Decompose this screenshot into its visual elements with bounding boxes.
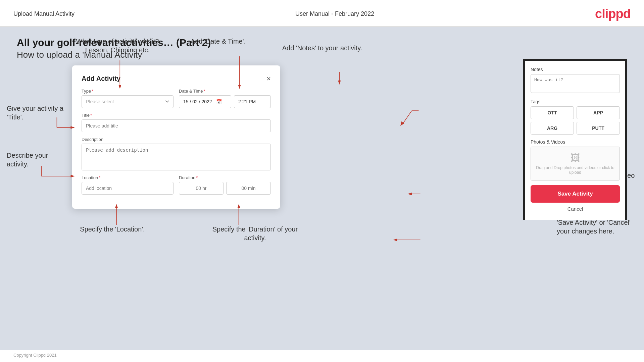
modal-close-button[interactable]: × (266, 75, 271, 83)
logo: clippd (595, 7, 631, 21)
callout-duration: Specify the 'Duration' of your activity. (211, 225, 299, 242)
cancel-link[interactable]: Cancel (531, 206, 620, 216)
modal-header: Add Activity × (82, 75, 271, 83)
svg-line-19 (402, 111, 412, 124)
callout-save: 'Save Activity' or 'Cancel' your changes… (557, 218, 637, 236)
tag-putt[interactable]: PUTT (577, 122, 620, 135)
svg-marker-22 (408, 193, 412, 195)
duration-group: Duration* (179, 175, 271, 195)
type-datetime-row: Type* Please select Date & Time* 15 / 02… (82, 89, 271, 108)
tags-section: Tags OTT APP ARG PUTT (531, 99, 620, 135)
modal-title: Add Activity (82, 75, 120, 83)
tag-ott[interactable]: OTT (531, 106, 574, 119)
date-input[interactable]: 15 / 02 / 2022 📅 (179, 95, 231, 108)
location-label: Location* (82, 175, 174, 180)
date-value: 15 / 02 / 2022 (183, 99, 212, 104)
manual-title: User Manual - February 2022 (295, 10, 374, 17)
datetime-group: Date & Time* 15 / 02 / 2022 📅 2:21 PM (179, 89, 271, 108)
type-select[interactable]: Please select (82, 95, 174, 108)
notes-section-label: Notes (531, 67, 620, 72)
type-group: Type* Please select (82, 89, 174, 108)
page-title-header: Upload Manual Activity (13, 10, 75, 17)
location-input[interactable] (82, 182, 174, 195)
tag-app[interactable]: APP (577, 106, 620, 119)
title-label: Title* (82, 113, 271, 118)
phone-panel: Notes Tags OTT APP ARG PUTT Photos & Vid… (523, 59, 627, 220)
tag-arg[interactable]: ARG (531, 122, 574, 135)
duration-hr-input[interactable] (179, 182, 224, 195)
type-label: Type* (82, 89, 174, 94)
time-input[interactable]: 2:21 PM (234, 95, 271, 108)
tags-section-label: Tags (531, 99, 620, 104)
save-activity-button[interactable]: Save Activity (531, 185, 620, 203)
main-content: All your golf-relevant activities… (Part… (0, 27, 644, 350)
callout-notes: Add 'Notes' to your activity. (282, 44, 362, 52)
title-input[interactable] (82, 119, 271, 132)
title-group: Title* (82, 113, 271, 132)
callout-title: Give your activity a 'Title'. (7, 104, 67, 121)
datetime-label: Date & Time* (179, 89, 271, 94)
description-textarea[interactable] (82, 144, 271, 170)
photos-drop-text: Drag and Drop photos and videos or click… (534, 165, 617, 175)
svg-marker-25 (393, 239, 397, 241)
svg-marker-20 (400, 121, 404, 126)
copyright-text: Copyright Clippd 2021 (13, 353, 57, 358)
duration-label: Duration* (179, 175, 271, 180)
photo-icon: 🖼 (571, 152, 580, 163)
copyright: Copyright Clippd 2021 (0, 350, 644, 362)
photos-drop-area[interactable]: 🖼 Drag and Drop photos and videos or cli… (531, 147, 620, 180)
date-time-inputs: 15 / 02 / 2022 📅 2:21 PM (179, 95, 271, 108)
callout-type: What type of activity was it? Lesson, Ch… (74, 37, 161, 54)
description-group: Description (82, 137, 271, 170)
description-label: Description (82, 137, 271, 142)
location-group: Location* (82, 175, 174, 195)
time-value: 2:21 PM (238, 99, 256, 104)
callout-location: Specify the 'Location'. (79, 225, 146, 234)
photos-section: Photos & Videos 🖼 Drag and Drop photos a… (531, 139, 620, 180)
top-bar: Upload Manual Activity User Manual - Feb… (0, 0, 644, 27)
duration-min-input[interactable] (226, 182, 271, 195)
photos-label: Photos & Videos (531, 139, 620, 145)
callout-description: Describe your activity. (7, 151, 60, 168)
duration-inputs (179, 182, 271, 195)
svg-marker-17 (338, 81, 341, 85)
tags-grid: OTT APP ARG PUTT (531, 106, 620, 135)
add-activity-modal: Add Activity × Type* Please select Date … (72, 65, 280, 209)
notes-textarea[interactable] (531, 74, 620, 93)
calendar-icon[interactable]: 📅 (216, 99, 222, 104)
callout-datetime: Add 'Date & Time'. (178, 37, 258, 46)
location-duration-row: Location* Duration* (82, 175, 271, 195)
